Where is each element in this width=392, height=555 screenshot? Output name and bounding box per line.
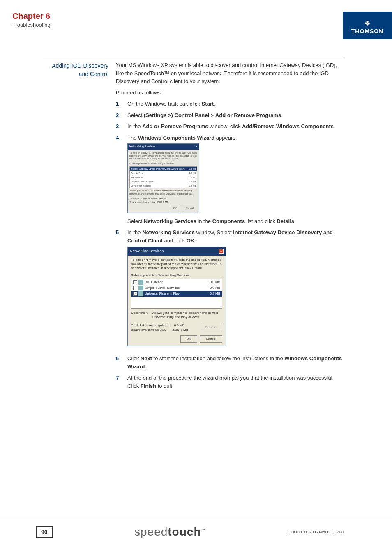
cancel-button: Cancel <box>200 335 222 343</box>
step-list: 1 On the Windows task bar, click Start. … <box>116 100 344 390</box>
description-row: Description: Allows your computer to dis… <box>131 311 222 320</box>
divider <box>43 56 344 56</box>
step-6-body: Click Next to start the installation and… <box>127 355 344 371</box>
component-icon <box>138 291 143 296</box>
document-id: E-DOC-CTC-20050429-0098 v1.0 <box>288 530 344 534</box>
component-list: Internet Gateway Device Discovery and Co… <box>129 166 197 188</box>
screenshot-components-wizard: Networking Services× To add or remove a … <box>127 143 199 213</box>
step-number: 3 <box>116 122 122 131</box>
page-number: 90 <box>36 526 53 538</box>
step-number: 2 <box>116 111 122 120</box>
intro-paragraph: Your MS Windows XP system is able to dis… <box>116 61 344 85</box>
step-6: 6 Click Next to start the installation a… <box>116 355 344 371</box>
step-number: 7 <box>116 374 122 390</box>
step-number: 6 <box>116 355 122 371</box>
step-2-body: Select (Settings >) Control Panel > Add … <box>127 111 344 120</box>
footer-brand: speedtouch™ <box>134 525 206 539</box>
chapter-subtitle: Troubleshooting <box>12 22 51 28</box>
list-item: ✓Universal Plug and Play0.2 MB <box>131 291 222 297</box>
close-icon: × <box>196 145 197 149</box>
side-heading: Adding IGD Discovery and Control <box>43 61 108 393</box>
content-area: Adding IGD Discovery and Control Your MS… <box>43 56 344 393</box>
component-icon <box>138 286 143 290</box>
step-number: 4 <box>116 134 122 226</box>
step-5-body: In the Networking Services window, Selec… <box>127 228 344 351</box>
step-1-body: On the Windows task bar, click Start. <box>127 100 344 108</box>
step-number: 1 <box>116 100 122 108</box>
step-1: 1 On the Windows task bar, click Start. <box>116 100 344 108</box>
step-3-body: In the Add or Remove Programs window, cl… <box>127 122 344 131</box>
brand-logo: ❖ THOMSON <box>343 12 392 39</box>
step-4-body: The Windows Components Wizard appears: N… <box>127 134 344 226</box>
component-icon <box>138 280 143 285</box>
dialog-title: Networking Services× <box>128 144 199 150</box>
step-4-after: Select Networking Services in the Compon… <box>127 217 344 226</box>
details-button: Details... <box>201 324 222 331</box>
cancel-button: Cancel <box>182 206 197 211</box>
list-item: Simple TCP/IP Services0.0 MB <box>130 180 197 184</box>
list-item: Internet Gateway Device Discovery and Co… <box>130 167 197 171</box>
step-4: 4 The Windows Components Wizard appears:… <box>116 134 344 226</box>
step-5: 5 In the Networking Services window, Sel… <box>116 228 344 351</box>
list-item: Simple TCP/IP Services0.0 MB <box>131 285 222 291</box>
stats-row: Total disk space required:0.9 MB Space a… <box>131 323 222 332</box>
list-item: RIP Listener0.0 MB <box>130 175 197 180</box>
footer: 90 speedtouch™ E-DOC-CTC-20050429-0098 v… <box>0 518 392 539</box>
list-item: Peer-to-Peer0.0 MB <box>130 171 197 175</box>
proceed-label: Proceed as follows: <box>116 89 344 97</box>
step-3: 3 In the Add or Remove Programs window, … <box>116 122 344 131</box>
dialog-body: To add or remove a component, click the … <box>128 256 226 346</box>
list-item: UPnP User Interface0.2 MB <box>130 184 197 188</box>
checkbox-icon <box>133 286 137 290</box>
brand-icon: ❖ <box>348 19 386 28</box>
close-icon: × <box>219 249 224 254</box>
dialog-title: Networking Services × <box>128 247 226 256</box>
chapter-title: Chapter 6 <box>12 12 51 21</box>
dialog-body: To add or remove a component, click the … <box>128 150 199 213</box>
step-7: 7 At the end of the procedure the wizard… <box>116 374 344 390</box>
ok-button: OK <box>170 206 181 211</box>
step-number: 5 <box>116 228 122 351</box>
header: Chapter 6 Troubleshooting ❖ THOMSON <box>0 0 392 39</box>
screenshot-networking-services: Networking Services × To add or remove a… <box>127 247 226 346</box>
ok-button: OK <box>180 335 198 343</box>
brand-text: THOMSON <box>348 28 386 35</box>
section: Adding IGD Discovery and Control Your MS… <box>43 61 344 393</box>
body-column: Your MS Windows XP system is able to dis… <box>116 61 344 393</box>
chapter-block: Chapter 6 Troubleshooting <box>0 12 51 28</box>
step-2: 2 Select (Settings >) Control Panel > Ad… <box>116 111 344 120</box>
checkbox-icon: ✓ <box>133 292 137 296</box>
list-item: RIP Listener0.0 MB <box>131 279 222 285</box>
subcomponent-list: RIP Listener0.0 MB Simple TCP/IP Service… <box>131 279 222 309</box>
step-7-body: At the end of the procedure the wizard p… <box>127 374 344 390</box>
checkbox-icon <box>133 280 137 284</box>
